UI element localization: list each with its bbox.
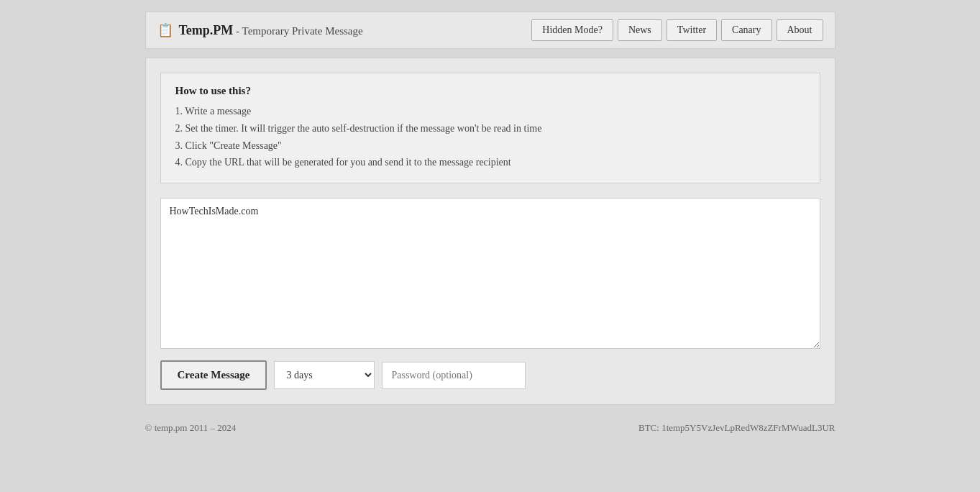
controls-row: Create Message 1 hour4 hours12 hours1 da… [160,360,820,390]
site-subtitle: - Temporary Private Message [236,25,363,37]
instruction-4: 4. Copy the URL that will be generated f… [175,154,805,171]
instruction-3: 3. Click "Create Message" [175,137,805,155]
header-left: 📋 Temp.PM - Temporary Private Message [157,22,363,38]
site-title: Temp.PM [179,23,234,37]
header-nav: Hidden Mode? News Twitter Canary About [531,19,823,41]
hidden-mode-button[interactable]: Hidden Mode? [531,19,613,41]
canary-button[interactable]: Canary [721,19,771,41]
footer-btc: BTC: 1temp5Y5VzJevLpRedW8zZFrMWuadL3UR [638,422,835,434]
header: 📋 Temp.PM - Temporary Private Message Hi… [145,12,835,49]
instructions-title: How to use this? [175,85,805,97]
timer-select[interactable]: 1 hour4 hours12 hours1 day3 days7 days14… [274,361,375,389]
message-textarea[interactable] [160,198,820,349]
footer: © temp.pm 2011 – 2024 BTC: 1temp5Y5VzJev… [145,412,835,434]
instruction-2: 2. Set the timer. It will trigger the au… [175,120,805,137]
footer-copyright: © temp.pm 2011 – 2024 [145,422,237,434]
main-content: How to use this? 1. Write a message 2. S… [145,58,835,405]
instruction-1: 1. Write a message [175,103,805,120]
password-input[interactable] [382,362,526,389]
twitter-button[interactable]: Twitter [667,19,717,41]
logo-icon: 📋 [157,22,173,38]
create-message-button[interactable]: Create Message [160,360,267,390]
about-button[interactable]: About [777,19,823,41]
instructions-box: How to use this? 1. Write a message 2. S… [160,73,820,183]
news-button[interactable]: News [618,19,662,41]
